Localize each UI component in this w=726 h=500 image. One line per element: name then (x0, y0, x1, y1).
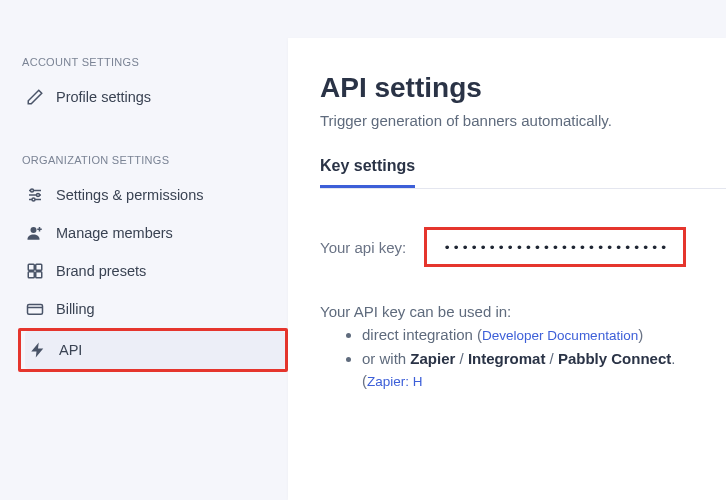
svg-rect-8 (36, 264, 42, 270)
usage-item-direct: direct integration (Developer Documentat… (362, 324, 726, 346)
person-add-icon (26, 224, 44, 242)
sep: / (455, 350, 468, 367)
svg-rect-10 (36, 272, 42, 278)
palette-icon (26, 262, 44, 280)
usage-title: Your API key can be used in: (320, 303, 726, 320)
app-layout: ACCOUNT SETTINGS Profile settings ORGANI… (0, 0, 726, 500)
svg-rect-7 (28, 264, 34, 270)
api-key-field[interactable]: •••••••••••••••••••••••••••••••••• (424, 227, 686, 267)
zapier-name: Zapier (410, 350, 455, 367)
sidebar-item-label: Profile settings (56, 89, 151, 105)
credit-card-icon (26, 300, 44, 318)
svg-point-6 (31, 227, 37, 233)
highlight-api-item: API (18, 328, 288, 372)
sidebar-item-brand-presets[interactable]: Brand presets (22, 252, 288, 290)
usage-list: direct integration (Developer Documentat… (320, 324, 726, 391)
usage-item-prefix: or with (362, 350, 410, 367)
svg-point-5 (32, 198, 35, 201)
integromat-name: Integromat (468, 350, 546, 367)
sliders-icon (26, 186, 44, 204)
svg-rect-11 (28, 305, 43, 315)
period: . (671, 350, 675, 367)
svg-rect-9 (28, 272, 34, 278)
page-subtitle: Trigger generation of banners automatica… (320, 112, 726, 129)
svg-point-4 (37, 194, 40, 197)
sidebar-item-api[interactable]: API (25, 331, 285, 369)
pencil-icon (26, 88, 44, 106)
section-account-label: ACCOUNT SETTINGS (22, 56, 288, 68)
page-title: API settings (320, 72, 726, 104)
sidebar-item-label: Manage members (56, 225, 173, 241)
bolt-icon (29, 341, 47, 359)
sep: / (545, 350, 558, 367)
api-key-row: Your api key: ••••••••••••••••••••••••••… (320, 227, 726, 267)
sidebar-item-label: Brand presets (56, 263, 146, 279)
section-org-label: ORGANIZATION SETTINGS (22, 154, 288, 166)
link-zapier-guide[interactable]: Zapier: H (367, 374, 423, 389)
sidebar-item-label: API (59, 342, 82, 358)
link-developer-docs[interactable]: Developer Documentation (482, 328, 638, 343)
usage-item-text: direct integration (362, 326, 477, 343)
tab-key-settings[interactable]: Key settings (320, 157, 415, 188)
api-key-label: Your api key: (320, 239, 406, 256)
sidebar: ACCOUNT SETTINGS Profile settings ORGANI… (0, 0, 288, 500)
sidebar-item-manage-members[interactable]: Manage members (22, 214, 288, 252)
main-panel: API settings Trigger generation of banne… (288, 38, 726, 500)
tabs: Key settings (320, 157, 726, 189)
api-key-value: •••••••••••••••••••••••••••••••••• (443, 240, 667, 255)
usage-item-integrations: or with Zapier / Integromat / Pabbly Con… (362, 348, 726, 392)
sidebar-item-label: Billing (56, 301, 95, 317)
pabbly-name: Pabbly Connect (558, 350, 671, 367)
sidebar-item-profile-settings[interactable]: Profile settings (22, 78, 288, 116)
svg-point-3 (31, 189, 34, 192)
sidebar-item-label: Settings & permissions (56, 187, 203, 203)
paren-close: ) (638, 326, 643, 343)
sidebar-item-billing[interactable]: Billing (22, 290, 288, 328)
sidebar-item-settings-permissions[interactable]: Settings & permissions (22, 176, 288, 214)
